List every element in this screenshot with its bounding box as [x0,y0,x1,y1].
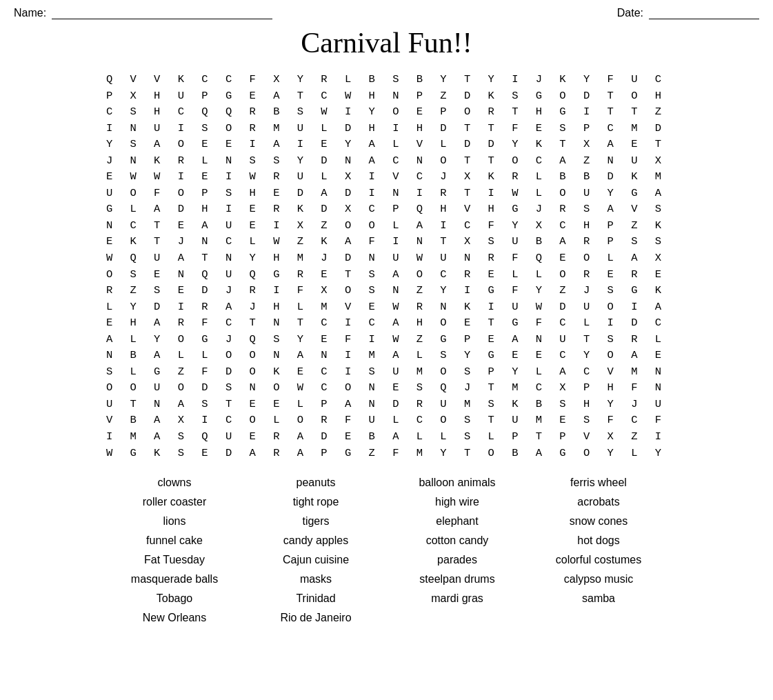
word-item: calypso music [528,572,670,587]
puzzle-container: Q V V K C C F X Y R L B S B Y T Y I J K … [14,72,759,461]
word-item: high wire [387,494,528,510]
name-label: Name: [14,7,46,19]
grid-row: C S H C Q Q R B S W I Y O E P O R T H G … [106,104,667,121]
word-item: balloon animals [387,475,528,490]
grid-row: L Y D I R A J H L M V E W R N K I U W D … [106,299,667,316]
word-item: steelpan drums [387,572,528,587]
grid-row: N C T E A U E I X Z O O L A I C F Y X C … [106,218,667,234]
grid-row: O S E N Q U Q G R E T S A O C R E L L O … [106,267,667,283]
grid-row: Y S A O E E I A I E Y A L V L D D Y K T … [106,137,667,153]
grid-row: U T N A S T E E L P A N D R U M S K B S … [106,397,667,413]
grid-row: O O U O D S N O W C O N E S Q J T M C X … [106,380,667,397]
grid-row: E K T J N C L W Z K A F I N T X S U B A … [106,234,667,250]
word-item: ferris wheel [528,475,670,490]
grid-row: G L A D H I E R K D X C P Q H V H G J R … [106,201,667,218]
word-search-grid: Q V V K C C F X Y R L B S B Y T Y I J K … [106,72,667,461]
word-item: New Orleans [104,610,245,626]
word-item: Rio de Janeiro [245,610,387,626]
word-item: hot dogs [528,533,670,548]
word-item: mardi gras [387,591,528,606]
date-line[interactable] [649,7,759,19]
grid-row: N B A L L O O N A N I M A L S Y G E E C … [106,348,667,364]
grid-row: J N K R L N S S Y D N A C N O T T O C A … [106,153,667,170]
word-item: clowns [104,475,245,490]
word-item [528,610,670,626]
grid-row: W Q U A T N Y H M J D N U W U N R F Q E … [106,250,667,267]
word-item: acrobats [528,494,670,510]
grid-row: I N U I S O R M U L D H I H D T T F E S … [106,121,667,137]
grid-row: W G K S E D A R A P G Z F M Y T O B A G … [106,446,667,462]
word-item: Tobago [104,591,245,606]
word-item: peanuts [245,475,387,490]
page-title: Carnival Fun!! [14,26,759,59]
word-item: funnel cake [104,533,245,548]
word-item: lions [104,514,245,529]
grid-row: P X H U P G E A T C W H N P Z D K S G O … [106,88,667,105]
grid-row: V B A X I C O L O R F U L C O S T U M E … [106,412,667,429]
word-item [387,610,528,626]
word-item: tigers [245,514,387,529]
header-row: Name: Date: [14,7,759,19]
grid-row: E W W I E I W R U L X I V C J X K R L B … [106,169,667,186]
name-field: Name: [14,7,272,19]
word-item: samba [528,591,670,606]
grid-row: Q V V K C C F X Y R L B S B Y T Y I J K … [106,72,667,88]
word-item: cotton candy [387,533,528,548]
grid-row: A L Y O G J Q S Y E F I W Z G P E A N U … [106,332,667,348]
word-item: Cajun cuisine [245,552,387,568]
word-list: clownspeanutsballoon animalsferris wheel… [104,475,670,626]
word-item: snow cones [528,514,670,529]
grid-row: R Z S E D J R I F X O S N Z Y I G F Y Z … [106,283,667,299]
word-item: roller coaster [104,494,245,510]
word-item: masquerade balls [104,572,245,587]
word-item: Fat Tuesday [104,552,245,568]
word-item: tight rope [245,494,387,510]
grid-row: E H A R F C T N T C I C A H O E T G F C … [106,315,667,332]
word-item: colorful costumes [528,552,670,568]
grid-row: I M A S Q U E R A D E B A L L S L P T P … [106,429,667,446]
grid-row: U O F O P S H E D A D I N I R T I W L O … [106,186,667,202]
word-item: masks [245,572,387,587]
name-line[interactable] [52,7,272,19]
word-item: elephant [387,514,528,529]
date-label: Date: [617,7,643,19]
word-item: candy apples [245,533,387,548]
grid-row: S L G Z F D O K E C I S U M O S P Y L A … [106,364,667,381]
word-item: parades [387,552,528,568]
word-item: Trinidad [245,591,387,606]
date-field: Date: [617,7,759,19]
